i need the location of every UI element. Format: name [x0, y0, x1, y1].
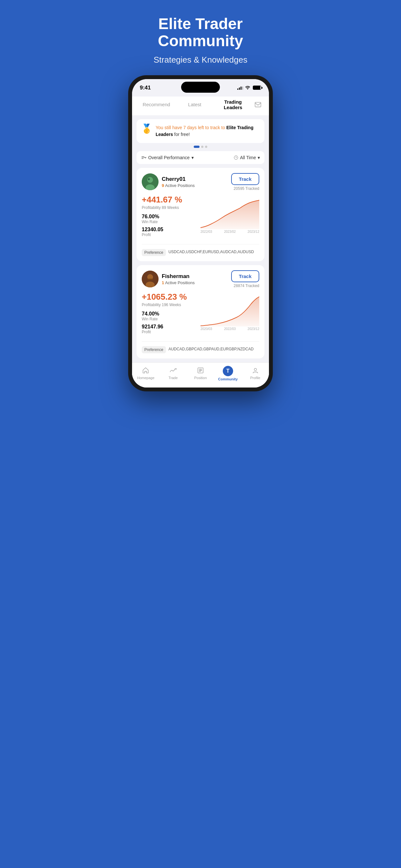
track-button-cherry01[interactable]: Track: [231, 173, 259, 185]
chart-labels-fisherman: 2020/03 2022/03 2023/12: [201, 327, 259, 331]
banner-end-text: for free!: [174, 132, 190, 137]
clock-icon: [234, 155, 238, 160]
profile-icon: [251, 366, 260, 375]
profitability-label-fisherman: Profitability 196 Weeks: [142, 303, 201, 307]
nav-profile-label: Profile: [250, 376, 260, 380]
performance-chevron: ▾: [191, 155, 194, 160]
profitability-label-cherry01: Profitability 89 Weeks: [142, 206, 201, 210]
tracked-count-fisherman: 28874 Tracked: [234, 283, 259, 288]
banner-text: You still have 7 days left to track to E…: [156, 124, 260, 138]
filter-bar: Overall Performance ▾ All Time ▾: [136, 151, 265, 164]
wifi-icon: [245, 85, 250, 90]
preference-row-fisherman: Preference AUDCAD,GBPCAD,GBPAUD,EURGBP,N…: [142, 341, 259, 353]
hero-section: Elite TraderCommunity Strategies & Knowl…: [141, 0, 260, 75]
stats-left-fisherman: +1065.23 % Profitability 196 Weeks 74.00…: [142, 292, 201, 337]
filter-performance[interactable]: Overall Performance ▾: [141, 155, 194, 160]
svg-rect-16: [199, 370, 202, 371]
trader-card-fisherman: Fisherman 1 Active Positions Track 28874…: [136, 265, 265, 359]
preference-values-fisherman: AUDCAD,GBPCAD,GBPAUD,EURGBP,NZDCAD: [168, 346, 254, 352]
trader-name-cherry01: Cherry01: [162, 176, 195, 182]
bottom-nav: Homepage Trade: [132, 362, 269, 388]
win-rate-cherry01: 76.00% Win Rate: [142, 214, 201, 224]
track-wrap-cherry01: Track 20595 Tracked: [231, 173, 259, 191]
banner-card: 🥇 You still have 7 days left to track to…: [136, 119, 265, 143]
svg-rect-0: [255, 102, 261, 106]
scroll-content[interactable]: 🥇 You still have 7 days left to track to…: [132, 115, 269, 362]
svg-point-18: [254, 368, 256, 370]
status-icons: [237, 85, 261, 90]
tab-latest[interactable]: Latest: [176, 99, 214, 110]
tab-recommend[interactable]: Recommend: [137, 99, 176, 110]
dot-2: [205, 146, 207, 148]
status-bar: 9:41: [132, 79, 269, 97]
trader-info-fisherman: Fisherman 1 Active Positions: [142, 271, 195, 287]
dot-1: [201, 146, 204, 148]
tracked-count-cherry01: 20595 Tracked: [234, 186, 259, 191]
nav-profile[interactable]: Profile: [242, 366, 269, 381]
trader-info-cherry01: Cherry01 9 Active Positions: [142, 174, 195, 190]
message-icon-btn[interactable]: [252, 99, 264, 111]
trader-header-cherry01: Cherry01 9 Active Positions Track 20595 …: [142, 173, 259, 191]
trader-card-cherry01: Cherry01 9 Active Positions Track 20595 …: [136, 168, 265, 261]
preference-badge-cherry01: Preference: [142, 249, 166, 256]
nav-homepage-label: Homepage: [137, 376, 154, 380]
signal-icon: [237, 86, 243, 90]
performance-label: Overall Performance: [148, 155, 189, 160]
trader-positions-fisherman: 1 Active Positions: [162, 280, 195, 285]
banner-icon: 🥇: [141, 124, 152, 133]
chart-labels-cherry01: 2022/03 2023/02 2023/12: [201, 229, 259, 234]
trader-name-fisherman: Fisherman: [162, 273, 195, 280]
phone-frame: 9:41: [128, 75, 273, 392]
preference-values-cherry01: USDCAD,USDCHF,EURUSD,AUDCAD,AUDUSD: [168, 249, 254, 255]
svg-rect-12: [148, 279, 153, 280]
trader-details-fisherman: Fisherman 1 Active Positions: [162, 273, 195, 285]
avatar-fisherman: [142, 271, 158, 287]
hero-title: Elite TraderCommunity: [154, 16, 248, 50]
position-icon: [196, 366, 205, 375]
svg-rect-17: [199, 371, 201, 372]
preference-badge-fisherman: Preference: [142, 346, 166, 353]
track-button-fisherman[interactable]: Track: [231, 270, 259, 282]
nav-trade-label: Trade: [168, 376, 178, 380]
home-icon: [141, 366, 150, 375]
svg-point-6: [147, 177, 153, 183]
phone-notch: [181, 82, 220, 93]
nav-position-label: Position: [194, 376, 207, 380]
profitability-cherry01: +441.67 %: [142, 195, 201, 205]
profitability-fisherman: +1065.23 %: [142, 292, 201, 302]
time-chevron: ▾: [258, 155, 260, 160]
nav-homepage[interactable]: Homepage: [132, 366, 159, 381]
phone-wrapper: 9:41: [123, 75, 278, 404]
hero-subtitle: Strategies & Knowledges: [154, 55, 248, 65]
tab-trading-leaders[interactable]: Trading Leaders: [214, 97, 252, 113]
phone-screen: Recommend Latest Trading Leaders 🥇: [132, 97, 269, 388]
nav-community[interactable]: T Community: [214, 366, 242, 381]
profit-fisherman: 92147.96 Profit: [142, 324, 201, 334]
community-icon: T: [223, 366, 233, 376]
svg-point-13: [175, 368, 177, 369]
nav-position[interactable]: Position: [187, 366, 214, 381]
dot-indicator: [132, 146, 269, 148]
banner-orange-text: You still have 7 days left to track to: [156, 125, 225, 130]
stats-left-cherry01: +441.67 % Profitability 89 Weeks 76.00% …: [142, 195, 201, 240]
trader-stats-cherry01: +441.67 % Profitability 89 Weeks 76.00% …: [142, 195, 259, 240]
nav-community-label: Community: [218, 377, 238, 381]
status-time: 9:41: [140, 85, 151, 91]
nav-trade[interactable]: Trade: [159, 366, 187, 381]
phone-inner: 9:41: [132, 79, 269, 388]
chart-cherry01: 2022/03 2023/02 2023/12: [201, 195, 259, 234]
avatar-cherry01: [142, 174, 158, 190]
trader-header-fisherman: Fisherman 1 Active Positions Track 28874…: [142, 270, 259, 288]
svg-point-8: [148, 178, 150, 180]
chart-fisherman: 2020/03 2022/03 2023/12: [201, 292, 259, 331]
win-rate-fisherman: 74.00% Win Rate: [142, 311, 201, 321]
filter-time[interactable]: All Time ▾: [234, 155, 260, 160]
svg-rect-15: [199, 369, 202, 369]
profit-cherry01: 12340.05 Profit: [142, 227, 201, 237]
trade-icon: [168, 366, 178, 375]
track-wrap-fisherman: Track 28874 Tracked: [231, 270, 259, 288]
trader-details-cherry01: Cherry01 9 Active Positions: [162, 176, 195, 188]
nav-tabs: Recommend Latest Trading Leaders: [132, 97, 269, 115]
trader-stats-fisherman: +1065.23 % Profitability 196 Weeks 74.00…: [142, 292, 259, 337]
preference-row-cherry01: Preference USDCAD,USDCHF,EURUSD,AUDCAD,A…: [142, 244, 259, 256]
